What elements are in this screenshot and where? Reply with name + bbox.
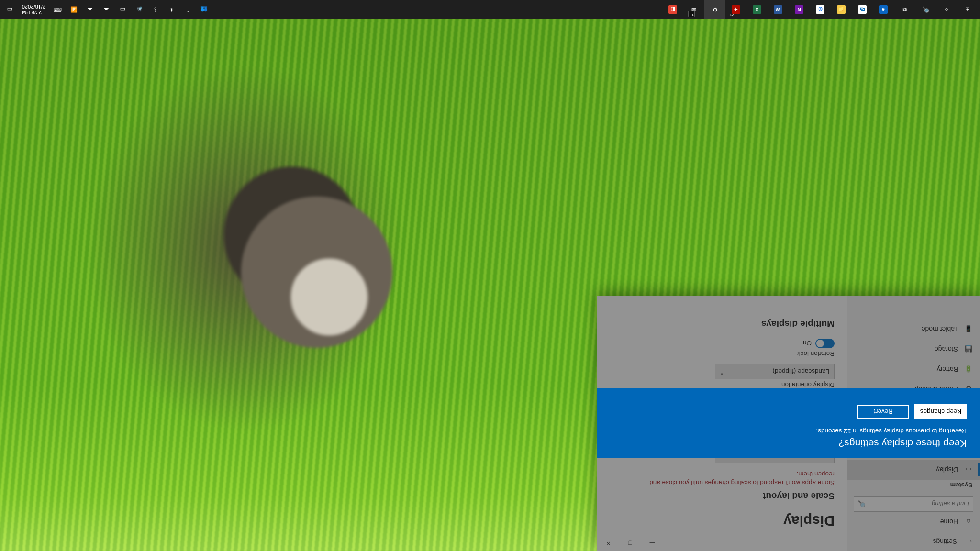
taskbar-app-mail[interactable]: ✉1 [683,0,704,19]
page-title: Display [610,513,835,529]
mail-badge-count: 1 [692,13,694,17]
back-icon[interactable]: ← [966,537,973,546]
tray-cloud-icon[interactable]: ☁ [83,0,98,19]
tray-onedrive-icon[interactable]: ☁ [99,0,114,19]
sidebar-item-storage[interactable]: 💾 Storage [847,339,980,359]
orientation-dropdown[interactable]: Landscape (flipped) ˅ [715,364,835,379]
search-input[interactable]: 🔍 [854,496,973,512]
cortana-button[interactable]: ○ [936,0,957,19]
display-icon: ▭ [965,466,972,474]
search-button[interactable]: 🔍 [915,0,936,19]
taskbar-app-chrome[interactable]: ◎ [810,0,831,19]
taskbar-app-onenote[interactable]: N [789,0,810,19]
sidebar-item-label: Tablet mode [922,325,958,333]
tray-volume-icon[interactable]: 🔈 [132,0,147,19]
taskbar-app-settings[interactable]: ⚙ [704,0,725,19]
system-tray: 👥 ˄ ☀ ᛒ 🔈 ▭ ☁ ☁ 📶 ⌨ 2:26 PM 2/18/2020 ▭ [2,0,212,19]
sidebar-item-label: Storage [935,345,958,353]
clock-time: 2:26 PM [22,10,45,15]
app-title: Settings [933,538,957,545]
section-scale-layout: Scale and layout [610,491,835,501]
taskbar-app-word[interactable]: W [768,0,789,19]
settings-window: ← Settings ⌂ Home 🔍 System ▭ Display 🔊 S [597,296,980,551]
keep-changes-button[interactable]: Keep changes [915,405,967,419]
taskbar: ⊞ ○ 🔍 ⧉ e 🛍 📁 ◎ N W X ✦21 ⚙ ✉1 ◧ 👥 ˄ ☀ ᛒ… [0,0,980,19]
sidebar-item-tablet-mode[interactable]: 📱 Tablet mode [847,319,980,339]
taskbar-app-store[interactable]: 🛍 [852,0,873,19]
scaling-warning: Some apps won't respond to scaling chang… [634,470,835,487]
tray-bluetooth-icon[interactable]: ᛒ [148,0,163,19]
tray-wifi-icon[interactable]: 📶 [67,0,82,19]
tray-battery-icon[interactable]: ▭ [115,0,131,19]
taskbar-app-files[interactable]: 📁 [831,0,852,19]
taskbar-app-pdf[interactable]: ✦21 [725,0,746,19]
minimize-button[interactable]: — [641,536,663,551]
sidebar-item-label: Battery [937,365,958,373]
search-field[interactable] [866,501,969,508]
sidebar-home-label: Home [940,518,958,526]
section-multiple-displays: Multiple displays [610,319,835,329]
orientation-value: Landscape (flipped) [772,368,829,375]
wallpaper-cat [192,148,441,397]
task-view-button[interactable]: ⧉ [894,0,915,19]
sidebar-item-label: Display [936,466,958,474]
sidebar-item-battery[interactable]: 🔋 Battery [847,359,980,379]
prompt-title: Keep these display settings? [611,438,967,449]
maximize-button[interactable]: ▢ [619,536,641,551]
home-icon: ⌂ [965,518,972,526]
prompt-body: Reverting to previous display settings i… [611,428,967,435]
taskbar-app-excel[interactable]: X [746,0,768,19]
action-center-icon[interactable]: ▭ [2,0,17,19]
tray-people[interactable]: 👥 [197,0,212,19]
taskbar-clock[interactable]: 2:26 PM 2/18/2020 [18,4,49,15]
close-button[interactable]: ✕ [597,536,619,551]
sidebar-item-display[interactable]: ▭ Display [847,460,980,480]
rotation-lock-label: Rotation lock [610,350,835,357]
start-button[interactable]: ⊞ [957,0,978,19]
chevron-down-icon: ˅ [720,368,724,375]
tray-weather-icon[interactable]: ☀ [164,0,179,19]
rotation-lock-state: On [803,340,812,347]
storage-icon: 💾 [965,346,972,353]
tablet-icon: 📱 [965,326,972,333]
tray-keyboard-icon[interactable]: ⌨ [50,0,66,19]
taskbar-app-edge[interactable]: e [873,0,894,19]
sidebar-group-system: System [847,480,980,494]
sidebar-home[interactable]: ⌂ Home [847,512,980,532]
pdf-badge-count: 21 [730,13,734,17]
taskbar-app-todoist[interactable]: ◧ [662,0,683,19]
rotation-lock-toggle[interactable] [815,339,835,348]
tray-overflow[interactable]: ˄ [180,0,196,19]
battery-icon: 🔋 [965,366,972,373]
keep-settings-prompt: Keep these display settings? Reverting t… [597,388,980,458]
revert-button[interactable]: Revert [858,405,909,419]
clock-date: 2/18/2020 [22,4,45,10]
search-icon: 🔍 [858,501,866,508]
orientation-label: Display orientation [610,381,835,388]
